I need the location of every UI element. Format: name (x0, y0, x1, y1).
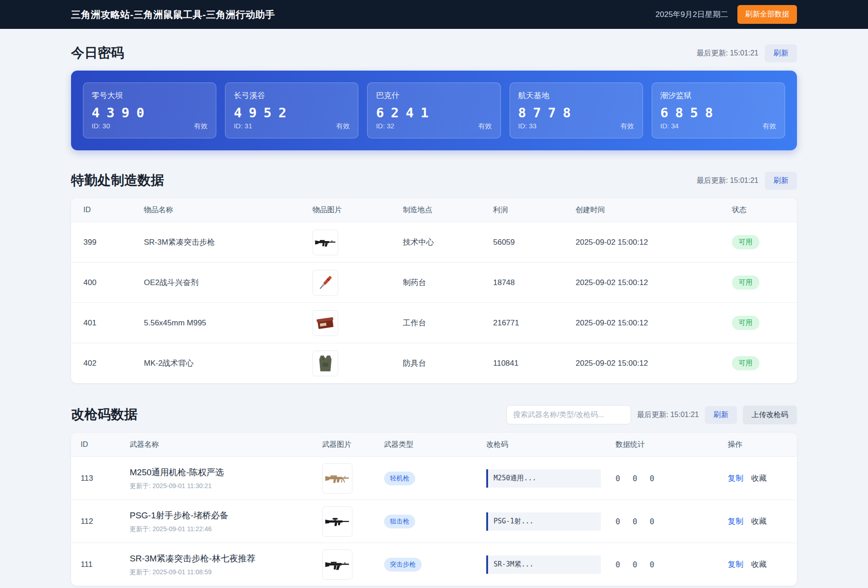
upload-gun-code-button[interactable]: 上传改枪码 (743, 406, 797, 424)
item-location: 防具台 (403, 358, 493, 368)
item-location: 制药台 (403, 277, 493, 288)
column-header-weapon-name: 武器名称 (130, 440, 322, 450)
password-status: 有效 (621, 122, 634, 131)
item-profit: 56059 (493, 238, 576, 247)
password-card: 航天基地 8778 ID: 33 有效 (510, 82, 643, 138)
item-profit: 18748 (493, 278, 576, 287)
current-date: 2025年9月2日星期二 (655, 9, 728, 20)
vest-icon (313, 351, 338, 376)
password-id: ID: 30 (92, 122, 110, 131)
item-location: 技术中心 (403, 237, 493, 247)
stat-value: 0 (632, 517, 637, 526)
item-name: MK-2战术背心 (144, 358, 313, 368)
item-created: 2025-09-02 15:00:12 (576, 278, 732, 287)
copy-link[interactable]: 复制 (728, 559, 743, 570)
gun-code-box: SR-3M紧... (486, 555, 601, 574)
item-location: 工作台 (403, 318, 493, 328)
column-header-item-image: 物品图片 (313, 205, 403, 215)
password-card: 零号大坝 4390 ID: 30 有效 (83, 82, 216, 138)
column-header-item-name: 物品名称 (144, 205, 313, 215)
map-name: 航天基地 (518, 90, 634, 101)
map-name: 潮汐监狱 (660, 90, 776, 101)
item-name: OE2战斗兴奋剂 (144, 277, 313, 288)
gun-code-box: M250通用... (486, 469, 601, 488)
passwords-refresh-button[interactable]: 刷新 (765, 44, 797, 62)
gun-codes-last-update: 最后更新: 15:01:21 (637, 410, 699, 420)
assault-rifle-icon (322, 550, 352, 580)
weapon-id: 113 (81, 474, 130, 483)
gun-code-box: PSG-1射... (486, 512, 601, 531)
page: 三角洲攻略站-三角洲鼠鼠工具-三角洲行动助手 2025年9月2日星期二 刷新全部… (0, 0, 868, 588)
table-row: 400 OE2战斗兴奋剂 制药台 18748 2025-09-02 15:00:… (71, 262, 797, 302)
column-header-id: ID (83, 206, 144, 214)
item-created: 2025-09-02 15:00:12 (576, 359, 732, 368)
copy-link[interactable]: 复制 (728, 516, 743, 527)
table-row: 401 5.56x45mm M995 工作台 216771 2025-09-02… (71, 302, 797, 343)
search-input[interactable] (506, 405, 631, 424)
password-id: ID: 33 (518, 122, 537, 131)
item-id: 402 (83, 359, 144, 368)
password-id: ID: 32 (376, 122, 394, 131)
password-card: 潮汐监狱 6858 ID: 34 有效 (652, 82, 785, 138)
weapon-name: SR-3M紧凑突击步枪-林七夜推荐 (130, 553, 322, 565)
weapon-name: M250通用机枪-陈权严选 (130, 467, 322, 478)
item-profit: 110841 (493, 359, 576, 368)
stat-value: 0 (615, 560, 620, 569)
column-header-weapon-image: 武器图片 (322, 440, 384, 450)
column-header-id: ID (81, 440, 130, 449)
map-name: 巴克什 (376, 90, 492, 101)
refresh-all-button[interactable]: 刷新全部数据 (737, 5, 797, 24)
gun-codes-refresh-button[interactable]: 刷新 (705, 406, 737, 424)
weapon-id: 112 (81, 517, 130, 526)
password-status: 有效 (336, 122, 350, 131)
copy-link[interactable]: 复制 (728, 473, 743, 484)
column-header-profit: 利润 (493, 205, 576, 215)
weapon-updated: 更新于: 2025-09-01 11:22:46 (130, 525, 322, 533)
manufacture-table: ID 物品名称 物品图片 制造地点 利润 创建时间 状态 399 SR-3M紧凑… (71, 198, 797, 383)
password-status: 有效 (194, 122, 208, 131)
password-status: 有效 (763, 122, 776, 131)
item-id: 401 (83, 319, 144, 328)
item-profit: 216771 (493, 319, 576, 328)
stat-value: 0 (632, 474, 637, 483)
favorite-link[interactable]: 收藏 (751, 559, 767, 570)
column-header-location: 制造地点 (403, 205, 493, 215)
table-row: 402 MK-2战术背心 防具台 110841 2025-09-02 15:00… (71, 343, 797, 383)
password-card: 巴克什 6241 ID: 32 有效 (367, 82, 500, 138)
manufacture-section-title: 特勤处制造数据 (71, 171, 164, 190)
stat-value: 0 (650, 517, 654, 526)
status-badge: 可用 (732, 316, 759, 330)
manufacture-refresh-button[interactable]: 刷新 (765, 172, 797, 190)
sniper-rifle-icon (322, 506, 352, 537)
column-header-weapon-type: 武器类型 (384, 440, 486, 450)
password-code: 8778 (518, 105, 634, 121)
table-row: 399 SR-3M紧凑突击步枪 技术中心 56059 2025-09-02 15… (71, 222, 797, 262)
password-code: 4952 (234, 105, 350, 121)
stat-value: 0 (650, 474, 654, 483)
gun-codes-section-title: 改枪码数据 (71, 406, 137, 424)
top-bar: 三角洲攻略站-三角洲鼠鼠工具-三角洲行动助手 2025年9月2日星期二 刷新全部… (0, 0, 868, 29)
stat-value: 0 (632, 560, 637, 569)
manufacture-last-update: 最后更新: 15:01:21 (697, 176, 758, 186)
table-row: 112 PSG-1射手步枪-堵桥必备 更新于: 2025-09-01 11:22… (71, 500, 797, 543)
item-name: SR-3M紧凑突击步枪 (144, 237, 313, 247)
column-header-gun-code: 改枪码 (486, 440, 615, 450)
item-id: 399 (83, 238, 144, 247)
password-panel: 零号大坝 4390 ID: 30 有效 长弓溪谷 4952 ID: 31 有效 … (71, 71, 797, 150)
stat-value: 0 (615, 517, 620, 526)
favorite-link[interactable]: 收藏 (751, 516, 767, 527)
app-title: 三角洲攻略站-三角洲鼠鼠工具-三角洲行动助手 (71, 8, 275, 21)
status-badge: 可用 (732, 356, 759, 370)
weapon-name: PSG-1射手步枪-堵桥必备 (130, 510, 322, 522)
favorite-link[interactable]: 收藏 (751, 473, 767, 484)
weapon-stats: 0 0 0 (615, 474, 728, 483)
machine-gun-icon (322, 463, 352, 494)
gun-codes-table: ID 武器名称 武器图片 武器类型 改枪码 数据统计 操作 113 M250通用… (71, 433, 797, 586)
item-created: 2025-09-02 15:00:12 (576, 238, 732, 247)
column-header-created: 创建时间 (576, 205, 732, 215)
weapon-type-badge: 轻机枪 (384, 472, 415, 485)
column-header-status: 状态 (732, 205, 785, 215)
status-badge: 可用 (732, 235, 759, 249)
column-header-stats: 数据统计 (615, 440, 728, 450)
stat-value: 0 (615, 474, 620, 483)
